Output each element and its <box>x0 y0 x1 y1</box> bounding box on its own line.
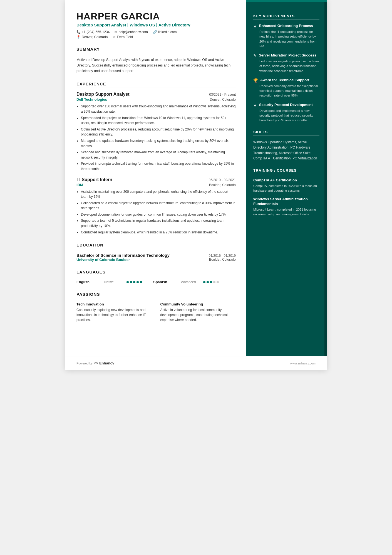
location-text: Denver, Colorado <box>82 35 108 39</box>
phone-number: +1-(234)-555-1234 <box>82 30 110 34</box>
achievement-3-icon: 🏆 <box>253 78 258 83</box>
lang-english-dots <box>126 281 142 283</box>
lang-english: English Native <box>76 280 142 284</box>
languages-list: English Native Spanish Advanced <box>76 280 236 284</box>
resume-page: HARPER GARCIA Desktop Support Analyst | … <box>65 0 327 370</box>
education-section: EDUCATION Bachelor of Science in Informa… <box>76 243 236 262</box>
training-section-title: TRAINING / COURSES <box>253 168 319 174</box>
location-icon: 📍 <box>76 35 81 39</box>
achievements-section: KEY ACHIEVEMENTS ★ Enhanced Onboarding P… <box>253 14 319 123</box>
experience-section: EXPERIENCE Desktop Support Analyst 03/20… <box>76 82 236 235</box>
contact-row-1: 📞 +1-(234)-555-1234 ✉ help@enhancv.com 🔗… <box>76 30 236 34</box>
summary-text: Motivated Desktop Support Analyst with 3… <box>76 57 236 74</box>
location-contact: 📍 Denver, Colorado <box>76 35 108 39</box>
email-address: help@enhancv.com <box>118 30 148 34</box>
achievement-1-icon: ★ <box>253 24 257 28</box>
achievement-3: 🏆 Award for Technical Support Received c… <box>253 78 319 98</box>
enhancv-logo: ∞ <box>94 360 98 366</box>
email-contact: ✉ help@enhancv.com <box>115 30 148 34</box>
passion-tech-desc: Continuously exploring new developments … <box>76 307 152 322</box>
dot-empty <box>213 281 215 283</box>
achievement-3-header: 🏆 Award for Technical Support <box>253 78 319 83</box>
job-1-bullets: Supported over 150 internal users with t… <box>76 104 236 171</box>
contact-row-2: 📍 Denver, Colorado ☆ Extra Field <box>76 35 236 39</box>
job-2-bullet-5: Conducted regular system clean-ups, whic… <box>81 230 236 235</box>
edu-degree: Bachelor of Science in Information Techn… <box>76 253 170 258</box>
job-1-company-row: Dell Technologies Denver, Colorado <box>76 97 236 102</box>
job-2-date: 06/2019 - 02/2021 <box>209 178 236 182</box>
passion-volunteer-title: Community Volunteering <box>160 302 236 306</box>
achievement-4: ★ Security Protocol Development Develope… <box>253 103 319 123</box>
resume-header: HARPER GARCIA Desktop Support Analyst | … <box>76 11 236 39</box>
edu-header: Bachelor of Science in Information Techn… <box>76 253 236 258</box>
languages-title: LANGUAGES <box>76 270 236 276</box>
top-accent-bar <box>246 0 327 2</box>
passions-section: PASSIONS Tech Innovation Continuously ex… <box>76 292 236 322</box>
job-1-bullet-6: Provided impromptu technical training fo… <box>81 161 236 171</box>
candidate-name: HARPER GARCIA <box>76 11 236 21</box>
dot <box>133 281 135 283</box>
achievement-4-icon: ★ <box>253 103 257 107</box>
achievement-2-desc: Led a server migration project with a te… <box>259 59 319 73</box>
job-1-location: Denver, Colorado <box>210 98 236 102</box>
edu-date: 01/2016 - 01/2019 <box>209 254 236 258</box>
achievements-section-title: KEY ACHIEVEMENTS <box>253 14 319 20</box>
job-1-bullet-5: Scanned and successfully removed malware… <box>81 150 236 160</box>
page-footer: Powered by ∞ Enhancv www.enhancv.com <box>65 356 327 370</box>
passions-title: PASSIONS <box>76 292 236 298</box>
job-2: IT Support Intern 06/2019 - 02/2021 IBM … <box>76 177 236 235</box>
job-2-company: IBM <box>76 183 83 187</box>
job-1-header: Desktop Support Analyst 03/2021 - Presen… <box>76 92 236 97</box>
job-2-bullet-2: Collaborated on a critical project to up… <box>81 201 236 211</box>
linkedin-icon: 🔗 <box>153 30 157 34</box>
edu-location: Boulder, Colorado <box>209 258 236 262</box>
training-1: CompTIA A+ Certification CompTIA, comple… <box>253 178 319 193</box>
achievement-2-header: ✎ Server Migration Project Success <box>253 53 319 58</box>
passion-tech-title: Tech Innovation <box>76 302 152 306</box>
footer-website: www.enhancv.com <box>290 362 316 365</box>
lang-english-level: Native <box>104 280 124 284</box>
extra-field-contact: ☆ Extra Field <box>113 35 133 39</box>
achievement-2-icon: ✎ <box>253 53 257 58</box>
extra-field-text: Extra Field <box>117 35 133 39</box>
job-1-bullet-4: Managed and updated hardware inventory t… <box>81 138 236 149</box>
passion-volunteer-desc: Active in volunteering for local communi… <box>160 307 236 322</box>
job-2-title: IT Support Intern <box>76 177 112 182</box>
achievement-1-header: ★ Enhanced Onboarding Process <box>253 24 319 28</box>
job-1-company: Dell Technologies <box>76 97 107 102</box>
candidate-title: Desktop Support Analyst | Windows OS | A… <box>76 23 236 27</box>
achievement-3-desc: Received company award for exceptional t… <box>259 84 319 98</box>
job-1-bullet-3: Optimized Active Directory processes, re… <box>81 127 236 137</box>
job-2-company-row: IBM Boulder, Colorado <box>76 183 236 187</box>
edu-school: University of Colorado Boulder <box>76 258 130 262</box>
lang-spanish: Spanish Advanced <box>153 280 219 284</box>
job-2-header: IT Support Intern 06/2019 - 02/2021 <box>76 177 236 182</box>
dot <box>207 281 209 283</box>
job-2-bullet-1: Assisted in maintaining over 200 compute… <box>81 189 236 199</box>
achievement-1: ★ Enhanced Onboarding Process Refined th… <box>253 24 319 49</box>
star-icon: ☆ <box>113 35 116 39</box>
lang-spanish-name: Spanish <box>153 280 178 284</box>
brand-name: Enhancv <box>99 361 114 365</box>
job-1-bullet-2: Spearheaded the project to transition fr… <box>81 115 236 126</box>
edu-school-row: University of Colorado Boulder Boulder, … <box>76 258 236 262</box>
job-2-bullet-4: Supported a team of 5 technicians in reg… <box>81 218 236 228</box>
summary-title: SUMMARY <box>76 47 236 53</box>
skills-section-title: SKILLS <box>253 130 319 136</box>
skills-section: SKILLS Windows Operating Systems, Active… <box>253 130 319 161</box>
lang-english-name: English <box>76 280 101 284</box>
summary-section: SUMMARY Motivated Desktop Support Analys… <box>76 47 236 74</box>
phone-contact: 📞 +1-(234)-555-1234 <box>76 30 110 34</box>
languages-section: LANGUAGES English Native Spanish Advanc <box>76 270 236 284</box>
dot <box>140 281 142 283</box>
dot <box>126 281 129 283</box>
right-column: KEY ACHIEVEMENTS ★ Enhanced Onboarding P… <box>246 0 327 370</box>
job-2-bullets: Assisted in maintaining over 200 compute… <box>76 189 236 235</box>
achievement-2-title: Server Migration Project Success <box>259 53 316 58</box>
achievement-3-title: Award for Technical Support <box>260 78 309 83</box>
skills-text: Windows Operating Systems, Active Direct… <box>253 140 319 161</box>
education-title: EDUCATION <box>76 243 236 249</box>
experience-title: EXPERIENCE <box>76 82 236 88</box>
achievement-1-desc: Refined the IT onboarding process for ne… <box>259 29 319 49</box>
dot-empty <box>217 281 219 283</box>
